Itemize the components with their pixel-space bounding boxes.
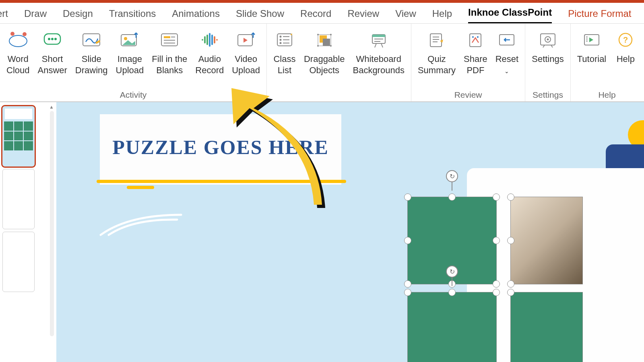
help-group-label: Help (598, 90, 615, 100)
tab-slide-show[interactable]: Slide Show (236, 8, 284, 23)
help-button[interactable]: ? Help (612, 27, 639, 88)
word-cloud-label: Word Cloud (6, 53, 29, 76)
ribbon-group-help: Tutorial ? Help Help (571, 24, 644, 101)
svg-rect-52 (470, 34, 481, 47)
share-pdf-icon (464, 29, 487, 51)
ribbon-tabs: ert Draw Design Transitions Animations S… (0, 3, 644, 24)
svg-point-58 (547, 39, 549, 41)
share-pdf-label: Share PDF (464, 53, 487, 76)
svg-rect-12 (164, 36, 170, 38)
svg-line-46 (375, 43, 376, 47)
thumbnail-scrollbar[interactable]: ▲ (48, 104, 56, 362)
quiz-summary-button[interactable]: Quiz Summary (415, 27, 458, 88)
svg-point-28 (279, 39, 281, 41)
slide-drawing-button[interactable]: Slide Drawing (73, 27, 110, 88)
image-upload-label: Image Upload (116, 53, 144, 76)
audio-record-label: Audio Record (195, 53, 224, 76)
class-list-button[interactable]: Class List (271, 27, 298, 88)
svg-marker-24 (244, 38, 248, 43)
svg-point-6 (54, 38, 57, 40)
puzzle-tile-2[interactable] (510, 197, 583, 284)
fill-blanks-button[interactable]: Fill in the Blanks (149, 27, 190, 88)
reset-button[interactable]: Reset⌄ (493, 27, 521, 88)
puzzle-tile-4[interactable] (510, 292, 583, 362)
settings-button[interactable]: Settings (529, 27, 566, 88)
svg-point-4 (48, 38, 50, 40)
help-label: Help (617, 53, 635, 65)
tab-view[interactable]: View (395, 8, 416, 23)
slide-title-box[interactable]: PUZZLE GOES HERE (100, 114, 341, 185)
svg-point-5 (51, 38, 54, 40)
app-accent-bar (0, 0, 644, 3)
image-upload-button[interactable]: Image Upload (114, 27, 147, 88)
class-list-label: Class List (273, 53, 295, 76)
svg-text:?: ? (623, 35, 628, 44)
svg-rect-43 (372, 35, 385, 37)
tab-review[interactable]: Review (347, 8, 379, 23)
tab-record[interactable]: Record (300, 8, 331, 23)
short-answer-button[interactable]: Short Answer (35, 27, 69, 88)
audio-record-icon (198, 29, 221, 51)
rotate-handle-icon[interactable]: ↻ (446, 265, 458, 278)
ribbon-group-tools: Class List Draggable Objects Whiteboard … (267, 24, 411, 101)
word-cloud-button[interactable]: Word Cloud (4, 27, 32, 88)
tools-group-label (338, 90, 340, 100)
share-pdf-button[interactable]: Share PDF (461, 27, 490, 88)
quiz-summary-label: Quiz Summary (418, 53, 456, 76)
puzzle-tile-3[interactable]: ↻ (407, 292, 497, 362)
image-upload-icon (118, 29, 141, 51)
svg-rect-48 (430, 34, 442, 47)
whiteboard-bg-icon (367, 29, 390, 51)
video-upload-button[interactable]: Video Upload (229, 27, 262, 88)
slide-thumbnail-2[interactable] (2, 169, 35, 229)
svg-point-53 (472, 36, 474, 38)
settings-icon (537, 29, 559, 51)
svg-point-2 (23, 32, 27, 36)
draggable-objects-icon (313, 29, 336, 51)
tab-help[interactable]: Help (432, 8, 452, 23)
svg-rect-33 (323, 39, 330, 46)
fill-blanks-label: Fill in the Blanks (152, 53, 187, 76)
slide-thumbnail-3[interactable] (2, 232, 35, 292)
slide-thumbnail-1[interactable] (2, 106, 35, 167)
decorative-swoosh (97, 211, 185, 239)
tab-insert[interactable]: ert (0, 8, 8, 23)
rotate-handle-icon[interactable]: ↻ (446, 170, 458, 182)
tab-inknoe-classpoint[interactable]: Inknoe ClassPoint (468, 7, 552, 23)
fill-blanks-icon (158, 29, 181, 51)
slide-drawing-label: Slide Drawing (75, 53, 108, 76)
tab-design[interactable]: Design (63, 8, 93, 23)
help-icon: ? (614, 29, 637, 51)
scroll-up-icon[interactable]: ▲ (48, 104, 55, 110)
activity-group-label: Activity (120, 90, 147, 100)
tab-picture-format[interactable]: Picture Format (568, 8, 631, 23)
whiteboard-bg-button[interactable]: Whiteboard Backgrounds (350, 27, 407, 88)
tab-draw[interactable]: Draw (24, 8, 47, 23)
word-cloud-icon (7, 29, 29, 51)
settings-label: Settings (532, 53, 564, 65)
svg-point-26 (279, 36, 281, 38)
svg-point-0 (9, 35, 27, 47)
draggable-objects-button[interactable]: Draggable Objects (301, 27, 347, 88)
svg-line-47 (381, 43, 383, 47)
tab-animations[interactable]: Animations (172, 8, 220, 23)
slide-thumbnails-panel: ▲ (0, 102, 56, 362)
audio-record-button[interactable]: Audio Record (193, 27, 226, 88)
slide-canvas[interactable]: PUZZLE GOES HERE ↻ (56, 102, 644, 362)
video-upload-label: Video Upload (232, 53, 260, 76)
svg-point-10 (124, 37, 127, 40)
ribbon-group-settings: Settings Settings (525, 24, 571, 101)
slide-title-text: PUZZLE GOES HERE (112, 137, 329, 158)
draggable-objects-label: Draggable Objects (304, 53, 345, 76)
svg-point-54 (477, 36, 479, 38)
reset-label: Reset⌄ (495, 53, 518, 76)
whiteboard-bg-label: Whiteboard Backgrounds (353, 53, 404, 76)
slide-editor[interactable]: PUZZLE GOES HERE ↻ (56, 102, 644, 362)
tutorial-label: Tutorial (577, 53, 607, 65)
class-list-icon (273, 29, 296, 51)
short-answer-label: Short Answer (37, 53, 67, 76)
ribbon-group-activity: Word Cloud Short Answer Slide Drawing Im… (0, 24, 267, 101)
tab-transitions[interactable]: Transitions (109, 8, 156, 23)
tutorial-button[interactable]: Tutorial (575, 27, 609, 88)
slide-drawing-icon (80, 29, 103, 51)
